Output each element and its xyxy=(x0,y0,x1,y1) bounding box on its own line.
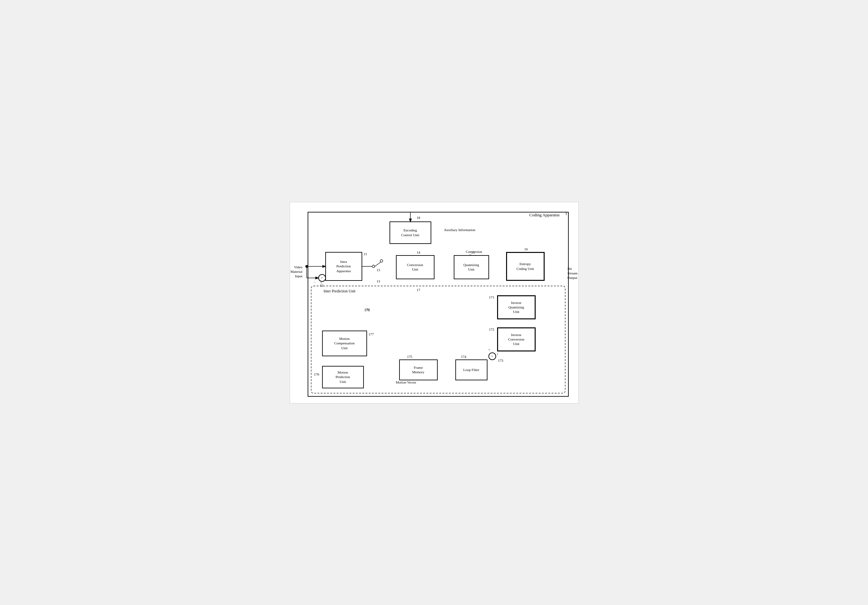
minus-12: − xyxy=(314,280,316,284)
ref-11: 11 xyxy=(364,252,367,256)
bit-stream-label: BitStreamOutput xyxy=(567,266,577,280)
conversion-box: ConversionUnit xyxy=(396,255,434,279)
quantizing-label: QuantizingUnit xyxy=(463,263,479,272)
sum-circle-173: + xyxy=(488,353,496,360)
ref-15: 15 xyxy=(471,250,475,254)
entropy-coding-label: EntropyCoding Unit xyxy=(516,261,534,271)
ref-12: 12 xyxy=(320,284,323,287)
ref-16: 16 xyxy=(524,247,528,251)
video-input-label: VideoMaterialInput xyxy=(291,265,302,279)
diagram-page: Coding Apparatus 1 VideoMaterialInput Bi… xyxy=(290,202,579,404)
inter-prediction-border xyxy=(311,286,566,393)
entropy-coding-box: EntropyCoding Unit xyxy=(506,252,545,281)
plus-173-right: + xyxy=(497,353,499,356)
ref-170-label: 170 xyxy=(364,308,370,311)
ref-173: 173 xyxy=(498,359,504,362)
intra-prediction-box: IntraPredictionApparatus xyxy=(325,252,362,281)
quantizing-box: QuantizingUnit xyxy=(454,255,489,279)
conversion-label: ConversionUnit xyxy=(407,263,423,272)
ref-13: 13 xyxy=(377,279,380,283)
coding-apparatus-label: Coding Apparatus xyxy=(529,212,560,218)
ref-1: 1 xyxy=(565,211,567,216)
auxiliary-info-label: Auxiliary Information xyxy=(444,228,475,232)
encoding-control-label: EncodingControl Unit xyxy=(401,228,419,237)
ref-18: 18 xyxy=(417,216,420,220)
ref-14: 14 xyxy=(417,250,420,254)
sum-circle-12: + xyxy=(318,274,326,282)
encoding-control-box: EncodingControl Unit xyxy=(389,221,431,244)
intra-prediction-label: IntraPredictionApparatus xyxy=(336,259,351,273)
plus-173-top: + xyxy=(488,348,490,351)
